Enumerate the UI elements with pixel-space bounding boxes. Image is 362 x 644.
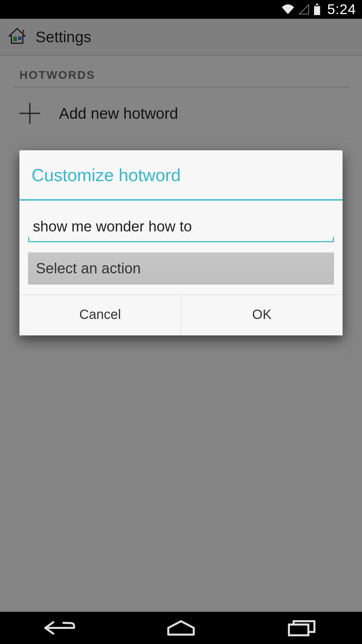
customize-hotword-dialog: Customize hotword Select an action Cance… (19, 150, 343, 335)
cancel-button[interactable]: Cancel (19, 295, 181, 335)
select-action-spinner[interactable]: Select an action (28, 252, 334, 284)
cellular-signal-icon (299, 4, 309, 14)
battery-icon (314, 4, 320, 15)
svg-rect-2 (314, 6, 320, 15)
wifi-icon (282, 4, 294, 14)
dialog-title: Customize hotword (19, 150, 343, 201)
hotword-input[interactable] (28, 214, 334, 238)
status-clock: 5:24 (327, 1, 356, 17)
home-button[interactable] (153, 616, 209, 640)
navigation-bar (0, 612, 362, 644)
dialog-body: Select an action (19, 201, 343, 294)
back-button[interactable] (32, 616, 89, 640)
svg-rect-0 (316, 4, 318, 5)
ok-button[interactable]: OK (181, 295, 343, 335)
status-bar: 5:24 (0, 0, 362, 19)
recents-button[interactable] (273, 616, 330, 640)
dialog-button-bar: Cancel OK (19, 294, 343, 335)
input-underline (28, 237, 334, 242)
svg-rect-7 (289, 625, 308, 635)
